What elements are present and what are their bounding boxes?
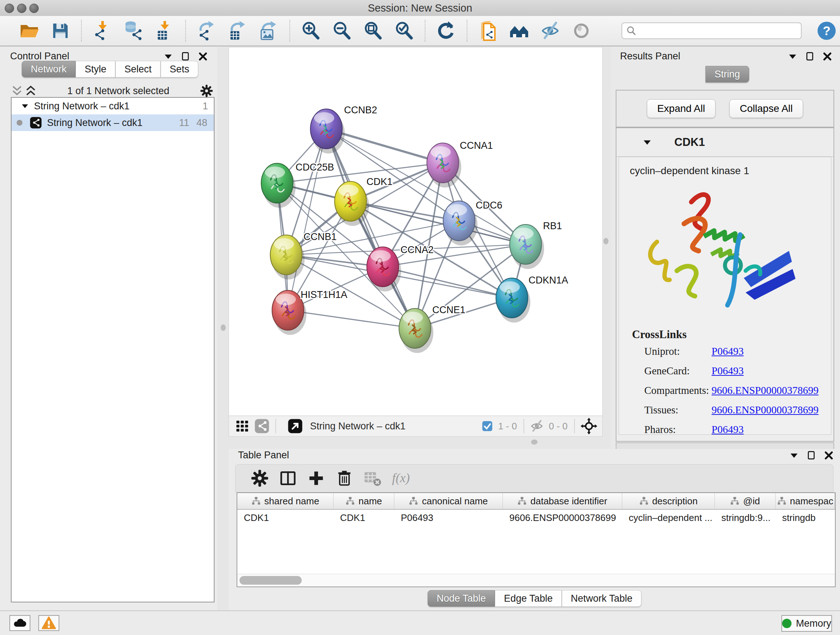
node-CCNE1[interactable] (399, 309, 433, 353)
memory-button[interactable]: Memory (782, 615, 832, 632)
crosslink-link[interactable]: P06493 (712, 365, 744, 377)
panel-close-icon[interactable] (822, 51, 833, 62)
hide-unhide-button[interactable] (540, 21, 561, 41)
import-network-database-button[interactable] (123, 21, 144, 41)
show-columns-icon[interactable] (279, 469, 297, 488)
panel-menu-icon[interactable] (789, 450, 799, 461)
table-row[interactable]: CDK1CDK1P064939606.ENSP00000378699cyclin… (237, 510, 835, 526)
cell-name[interactable]: CDK1 (333, 512, 394, 524)
birds-eye-view-icon[interactable] (581, 418, 597, 434)
crosslink-link[interactable]: 9606.ENSP00000378699 (712, 385, 819, 396)
tab-style[interactable]: Style (76, 61, 115, 78)
tab-string[interactable]: String (706, 66, 749, 82)
window-close-button[interactable] (5, 4, 14, 13)
cell-description[interactable]: cyclin–dependent ... (622, 512, 715, 524)
column-header-@id[interactable]: @id (715, 493, 775, 509)
column-header-canonical-name[interactable]: canonical name (394, 493, 503, 509)
export-image-button[interactable] (259, 21, 279, 41)
panel-close-icon[interactable] (197, 51, 208, 62)
open-session-button[interactable] (19, 21, 39, 41)
cell-canonical-name[interactable]: P06493 (394, 512, 503, 524)
node-table[interactable]: shared namenamecanonical namedatabase id… (237, 492, 836, 587)
cell-shared-name[interactable]: CDK1 (237, 512, 333, 524)
tab-node-table[interactable]: Node Table (428, 590, 495, 607)
panel-close-icon[interactable] (823, 450, 834, 461)
cell-@id[interactable]: stringdb:9... (715, 512, 775, 524)
expand-all-button[interactable]: Expand All (647, 99, 715, 118)
window-zoom-button[interactable] (29, 4, 39, 13)
add-column-icon[interactable] (307, 469, 325, 488)
cell-namespac[interactable]: stringdb (775, 512, 835, 524)
export-table-button[interactable] (227, 21, 248, 41)
panel-float-icon[interactable] (806, 450, 817, 461)
string-home-button[interactable] (509, 21, 529, 41)
delete-table-icon[interactable] (363, 469, 382, 488)
selected-checkbox-icon[interactable] (482, 420, 493, 432)
function-builder-icon[interactable]: f(x) (392, 469, 410, 488)
network-view-icon[interactable] (254, 418, 270, 434)
window-minimize-button[interactable] (17, 4, 27, 13)
node-CCNA2[interactable] (367, 247, 401, 291)
crosslink-link[interactable]: P06493 (712, 345, 744, 357)
network-options-gear-icon[interactable] (200, 84, 213, 98)
node-CDC6[interactable] (443, 201, 477, 245)
node-CDC25B[interactable] (261, 163, 295, 208)
table-settings-icon[interactable] (250, 469, 269, 488)
network-collection-row[interactable]: String Network – cdk1 1 (11, 98, 214, 114)
tab-network[interactable]: Network (22, 61, 76, 78)
collection-expander-icon[interactable] (20, 101, 30, 111)
import-table-file-button[interactable] (155, 21, 175, 41)
edge-CCNA2-CDKN1A[interactable] (383, 267, 512, 298)
collapse-all-button[interactable]: Collapse All (729, 99, 803, 118)
tab-select[interactable]: Select (115, 61, 161, 78)
panel-menu-icon[interactable] (787, 51, 798, 62)
network-row-selected[interactable]: String Network – cdk1 11 48 (11, 114, 214, 131)
panel-float-icon[interactable] (805, 51, 815, 62)
search-input[interactable] (637, 25, 794, 37)
section-expander-icon[interactable] (642, 137, 653, 148)
horizontal-splitter-handle[interactable] (531, 440, 538, 445)
warnings-button[interactable] (38, 615, 59, 631)
node-CDKN1A[interactable] (496, 278, 531, 323)
network-view-canvas[interactable]: CCNB2CCNA1CDC25BCDK1CDC6RB1CCNB1CCNA2CDK… (229, 47, 603, 416)
column-header-name[interactable]: name (333, 493, 394, 509)
collapse-all-networks-icon[interactable] (11, 85, 23, 97)
search-field[interactable] (622, 22, 802, 39)
node-CCNB1[interactable] (270, 235, 305, 279)
table-scrollbar-track[interactable] (237, 574, 835, 586)
delete-column-icon[interactable] (335, 469, 354, 488)
detach-view-icon[interactable] (287, 418, 303, 434)
node-RB1[interactable] (510, 225, 544, 269)
refresh-view-button[interactable] (436, 21, 456, 41)
show-graphics-details-button[interactable] (571, 21, 592, 41)
tab-network-table[interactable]: Network Table (562, 590, 642, 607)
zoom-in-button[interactable] (301, 21, 321, 41)
crosslink-link[interactable]: P06493 (712, 424, 744, 435)
expand-all-networks-icon[interactable] (25, 85, 37, 97)
tab-sets[interactable]: Sets (161, 61, 198, 78)
table-scrollbar-thumb[interactable] (240, 576, 302, 585)
cloud-button[interactable] (9, 615, 30, 631)
zoom-out-button[interactable] (332, 21, 352, 41)
cdk1-section-header[interactable]: CDK1 (616, 128, 834, 157)
annotation-document-button[interactable] (478, 21, 498, 41)
edge-HIST1H1A-CCNE1[interactable] (288, 310, 415, 328)
column-header-namespac[interactable]: namespac (775, 493, 835, 509)
grid-view-icon[interactable] (235, 418, 250, 434)
edge-CCNB2-HIST1H1A[interactable] (288, 129, 326, 310)
export-network-button[interactable] (196, 21, 217, 41)
panel-menu-icon[interactable] (163, 51, 174, 62)
panel-float-icon[interactable] (180, 51, 191, 62)
tab-edge-table[interactable]: Edge Table (495, 590, 562, 607)
help-button[interactable]: ? (817, 21, 836, 41)
node-CCNB2[interactable] (310, 109, 345, 154)
cell-database-identifier[interactable]: 9606.ENSP00000378699 (503, 512, 622, 524)
save-session-button[interactable] (50, 21, 71, 41)
crosslink-link[interactable]: 9606.ENSP00000378699 (712, 404, 819, 416)
zoom-selected-button[interactable] (394, 21, 414, 41)
import-network-file-button[interactable] (92, 21, 112, 41)
zoom-fit-button[interactable] (363, 21, 383, 41)
column-header-database-identifier[interactable]: database identifier (503, 493, 622, 509)
right-splitter-handle[interactable] (603, 238, 608, 244)
column-header-shared-name[interactable]: shared name (237, 493, 333, 509)
